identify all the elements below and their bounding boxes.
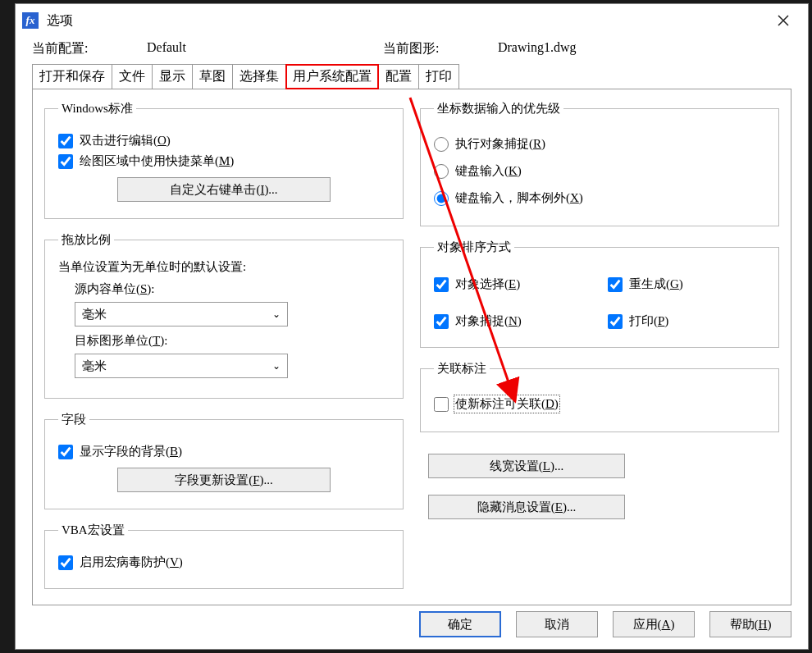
tabs: 打开和保存 文件 显示 草图 选择集 用户系统配置 配置 打印 <box>16 64 808 89</box>
tab-print[interactable]: 打印 <box>418 64 459 89</box>
tab-content: Windows标准 双击进行编辑(O) 绘图区域中使用快捷菜单(M) 自定义右键… <box>32 89 791 605</box>
tab-sketch[interactable]: 草图 <box>192 64 233 89</box>
check-sort-select[interactable] <box>434 277 449 292</box>
radio-keyboard-except-script[interactable] <box>434 191 449 206</box>
label-sort-select[interactable]: 对象选择(E) <box>455 276 520 292</box>
chevron-down-icon: ⌄ <box>272 308 281 321</box>
label-assoc-dim[interactable]: 使新标注可关联(D) <box>455 396 559 412</box>
label-double-click-edit[interactable]: 双击进行编辑(O) <box>80 133 171 148</box>
titlebar: fx 选项 <box>16 4 808 37</box>
tab-user-system-config[interactable]: 用户系统配置 <box>285 64 379 89</box>
group-vba: VBA宏设置 启用宏病毒防护(V) <box>44 523 404 589</box>
label-vba-protect[interactable]: 启用宏病毒防护(V) <box>80 555 183 570</box>
dialog-buttons: 确定 取消 应用(A) 帮助(H) <box>419 611 791 637</box>
label-sort-print[interactable]: 打印(P) <box>629 313 668 329</box>
radio-exec-osnap[interactable] <box>434 137 449 152</box>
group-windows-standard: Windows标准 双击进行编辑(O) 绘图区域中使用快捷菜单(M) 自定义右键… <box>44 101 404 219</box>
cancel-button[interactable]: 取消 <box>516 611 598 637</box>
label-exec-osnap[interactable]: 执行对象捕捉(R) <box>455 136 545 152</box>
legend-fields: 字段 <box>58 412 89 427</box>
label-keyboard-except-script[interactable]: 键盘输入，脚本例外(X) <box>455 190 583 206</box>
group-fields: 字段 显示字段的背景(B) 字段更新设置(F)... <box>44 412 404 509</box>
legend-vba: VBA宏设置 <box>58 523 128 538</box>
current-profile-value: Default <box>147 40 186 57</box>
window-title: 选项 <box>47 12 73 30</box>
insert-scale-note: 当单位设置为无单位时的默认设置: <box>58 259 390 275</box>
label-shortcut-menu[interactable]: 绘图区域中使用快捷菜单(M) <box>80 153 234 169</box>
check-show-field-bg[interactable] <box>58 445 73 459</box>
target-unit-dropdown[interactable]: 毫米 ⌄ <box>75 354 288 378</box>
app-icon: fx <box>22 12 39 29</box>
close-icon <box>777 14 790 27</box>
group-assoc-dim: 关联标注 使新标注可关联(D) <box>420 361 779 432</box>
source-unit-label: 源内容单位(S): <box>75 281 390 297</box>
target-unit-label: 目标图形单位(T): <box>75 333 390 349</box>
ok-button[interactable]: 确定 <box>419 611 501 637</box>
label-show-field-bg[interactable]: 显示字段的背景(B) <box>80 444 182 459</box>
radio-keyboard[interactable] <box>434 164 449 179</box>
right-column: 坐标数据输入的优先级 执行对象捕捉(R) 键盘输入(K) 键盘输入，脚本例外(X… <box>412 101 779 590</box>
label-sort-regen[interactable]: 重生成(G) <box>629 276 683 292</box>
source-unit-value: 毫米 <box>82 307 107 322</box>
apply-button[interactable]: 应用(A) <box>613 611 695 637</box>
check-sort-osnap[interactable] <box>434 314 449 329</box>
label-sort-osnap[interactable]: 对象捕捉(N) <box>455 313 522 329</box>
group-sort-method: 对象排序方式 对象选择(E) 重生成(G) 对象捕捉(N) <box>420 240 779 348</box>
check-double-click-edit[interactable] <box>58 134 73 148</box>
tab-selection[interactable]: 选择集 <box>232 64 286 89</box>
tab-display[interactable]: 显示 <box>152 64 193 89</box>
legend-sort-method: 对象排序方式 <box>434 240 514 255</box>
tab-profile[interactable]: 配置 <box>378 64 419 89</box>
chevron-down-icon: ⌄ <box>272 360 281 372</box>
close-button[interactable] <box>764 9 801 32</box>
check-vba-protect[interactable] <box>58 555 73 570</box>
label-keyboard[interactable]: 键盘输入(K) <box>455 163 522 179</box>
btn-custom-right-click[interactable]: 自定义右键单击(I)... <box>117 177 331 202</box>
current-drawing-value: Drawing1.dwg <box>498 40 577 57</box>
check-shortcut-menu[interactable] <box>58 154 73 169</box>
current-drawing-label: 当前图形: <box>383 40 498 57</box>
btn-hidden-message-settings[interactable]: 隐藏消息设置(E)... <box>428 495 625 519</box>
check-sort-regen[interactable] <box>608 277 623 292</box>
btn-lineweight-settings[interactable]: 线宽设置(L)... <box>428 454 625 478</box>
tab-file[interactable]: 文件 <box>112 64 153 89</box>
info-row: 当前配置: Default 当前图形: Drawing1.dwg <box>16 37 808 64</box>
current-profile-label: 当前配置: <box>32 40 147 57</box>
tab-open-save[interactable]: 打开和保存 <box>32 64 112 89</box>
legend-assoc-dim: 关联标注 <box>434 361 490 377</box>
btn-field-update-settings[interactable]: 字段更新设置(F)... <box>117 468 331 492</box>
legend-coord-priority: 坐标数据输入的优先级 <box>434 101 563 116</box>
target-unit-value: 毫米 <box>82 358 107 374</box>
source-unit-dropdown[interactable]: 毫米 ⌄ <box>75 302 288 326</box>
check-sort-print[interactable] <box>608 314 623 329</box>
check-assoc-dim[interactable] <box>434 397 449 412</box>
legend-windows-standard: Windows标准 <box>58 101 136 116</box>
options-dialog: fx 选项 当前配置: Default 当前图形: Drawing1.dwg 打… <box>15 3 809 650</box>
group-insert-scale: 拖放比例 当单位设置为无单位时的默认设置: 源内容单位(S): 毫米 ⌄ 目标图… <box>44 232 404 399</box>
left-column: Windows标准 双击进行编辑(O) 绘图区域中使用快捷菜单(M) 自定义右键… <box>44 101 412 590</box>
help-button[interactable]: 帮助(H) <box>709 611 791 637</box>
group-coord-priority: 坐标数据输入的优先级 执行对象捕捉(R) 键盘输入(K) 键盘输入，脚本例外(X… <box>420 101 779 226</box>
legend-insert-scale: 拖放比例 <box>58 232 114 248</box>
